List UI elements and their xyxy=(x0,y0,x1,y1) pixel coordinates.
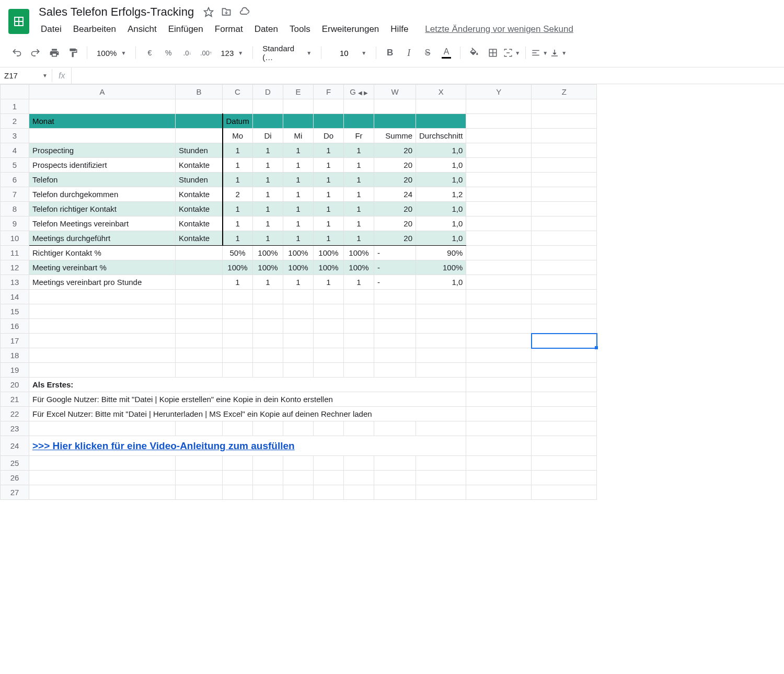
cell[interactable] xyxy=(374,456,416,471)
cell[interactable]: Stunden xyxy=(176,143,223,158)
cell[interactable] xyxy=(344,363,374,378)
cell[interactable] xyxy=(532,334,597,348)
col-header-D[interactable]: D xyxy=(253,85,283,99)
cell[interactable]: 1 xyxy=(223,158,253,173)
cell[interactable] xyxy=(344,421,374,436)
cell[interactable]: 1 xyxy=(253,187,283,202)
cell[interactable] xyxy=(176,129,223,143)
cell[interactable] xyxy=(466,456,532,471)
cell[interactable]: Für Excel Nutzer: Bitte mit "Datei | Her… xyxy=(29,407,466,421)
col-header-A[interactable]: A xyxy=(29,85,176,99)
cell[interactable]: Kontakte xyxy=(176,231,223,246)
cell[interactable]: - xyxy=(374,260,416,275)
hidden-cols-indicator[interactable]: ◀ ▶ xyxy=(358,90,368,96)
cell[interactable]: 1 xyxy=(223,173,253,187)
cell[interactable]: 100% xyxy=(314,260,344,275)
cell[interactable] xyxy=(466,304,532,319)
cell[interactable] xyxy=(223,421,253,436)
cell[interactable]: 1,0 xyxy=(416,202,466,216)
cell[interactable]: Fr xyxy=(344,129,374,143)
menu-bearbeiten[interactable]: Bearbeiten xyxy=(68,22,121,37)
cell[interactable] xyxy=(532,471,597,485)
cell[interactable] xyxy=(253,304,283,319)
move-icon[interactable] xyxy=(221,7,232,17)
cell[interactable]: 1 xyxy=(314,143,344,158)
row-header-7[interactable]: 7 xyxy=(1,187,29,202)
row-header-1[interactable]: 1 xyxy=(1,99,29,114)
cell[interactable] xyxy=(532,421,597,436)
cell[interactable]: 20 xyxy=(374,173,416,187)
cell[interactable] xyxy=(466,216,532,231)
cell[interactable]: 1 xyxy=(283,143,314,158)
cell[interactable] xyxy=(223,319,253,334)
col-header-Z[interactable]: Z xyxy=(532,85,597,99)
cell[interactable] xyxy=(466,363,532,378)
col-header-W[interactable]: W xyxy=(374,85,416,99)
cell[interactable] xyxy=(466,319,532,334)
cell[interactable]: 1 xyxy=(253,216,283,231)
cell[interactable]: 1 xyxy=(314,231,344,246)
cell[interactable] xyxy=(283,348,314,363)
cell[interactable] xyxy=(532,319,597,334)
cell[interactable] xyxy=(466,202,532,216)
merge-cells-button[interactable]: ▼ xyxy=(503,44,520,61)
cell[interactable] xyxy=(176,421,223,436)
cell[interactable] xyxy=(466,378,532,392)
cell[interactable]: Meetings durchgeführt xyxy=(29,231,176,246)
formula-input[interactable] xyxy=(71,67,784,84)
cell[interactable]: 1,0 xyxy=(416,216,466,231)
cell[interactable]: Prospects identifiziert xyxy=(29,158,176,173)
cell[interactable]: 100% xyxy=(344,260,374,275)
cell[interactable] xyxy=(466,348,532,363)
cell[interactable] xyxy=(466,260,532,275)
row-header-13[interactable]: 13 xyxy=(1,275,29,290)
row-header-22[interactable]: 22 xyxy=(1,407,29,421)
cell[interactable] xyxy=(466,99,532,114)
cell[interactable]: Di xyxy=(253,129,283,143)
row-header-11[interactable]: 11 xyxy=(1,246,29,260)
cell[interactable]: Telefon richtiger Kontakt xyxy=(29,202,176,216)
cell[interactable]: 100% xyxy=(283,260,314,275)
cell[interactable] xyxy=(176,348,223,363)
cell[interactable] xyxy=(416,471,466,485)
cell[interactable]: 1 xyxy=(283,173,314,187)
cell[interactable]: Richtiger Kontakt % xyxy=(29,246,176,260)
cell[interactable]: 1 xyxy=(344,158,374,173)
star-icon[interactable] xyxy=(203,7,214,17)
cell[interactable]: 1 xyxy=(344,216,374,231)
cell[interactable] xyxy=(223,471,253,485)
cell[interactable] xyxy=(283,363,314,378)
cell[interactable] xyxy=(374,348,416,363)
cell[interactable]: 1,0 xyxy=(416,231,466,246)
menu-daten[interactable]: Daten xyxy=(249,22,283,37)
cell[interactable] xyxy=(176,363,223,378)
cell[interactable]: - xyxy=(374,246,416,260)
cell[interactable] xyxy=(314,290,344,304)
cell[interactable]: 1,0 xyxy=(416,173,466,187)
cell[interactable] xyxy=(466,290,532,304)
cell[interactable] xyxy=(176,114,223,129)
cell[interactable] xyxy=(466,471,532,485)
cell[interactable] xyxy=(416,363,466,378)
row-header-19[interactable]: 19 xyxy=(1,363,29,378)
row-header-15[interactable]: 15 xyxy=(1,304,29,319)
row-header-23[interactable]: 23 xyxy=(1,421,29,436)
cell[interactable]: 1 xyxy=(283,231,314,246)
cell[interactable] xyxy=(253,485,283,500)
cell[interactable] xyxy=(253,348,283,363)
cell[interactable] xyxy=(466,231,532,246)
cell[interactable]: Für Google Nutzer: Bitte mit "Datei | Ko… xyxy=(29,392,466,407)
print-button[interactable] xyxy=(46,44,63,61)
cell[interactable] xyxy=(466,143,532,158)
cell[interactable]: 1 xyxy=(223,202,253,216)
row-header-3[interactable]: 3 xyxy=(1,129,29,143)
cell[interactable] xyxy=(466,158,532,173)
menu-hilfe[interactable]: Hilfe xyxy=(385,22,413,37)
cell[interactable] xyxy=(374,485,416,500)
cell[interactable] xyxy=(314,334,344,348)
cell[interactable] xyxy=(344,456,374,471)
cell[interactable] xyxy=(466,129,532,143)
cell[interactable] xyxy=(314,363,344,378)
redo-button[interactable] xyxy=(27,44,44,61)
cell[interactable] xyxy=(532,158,597,173)
